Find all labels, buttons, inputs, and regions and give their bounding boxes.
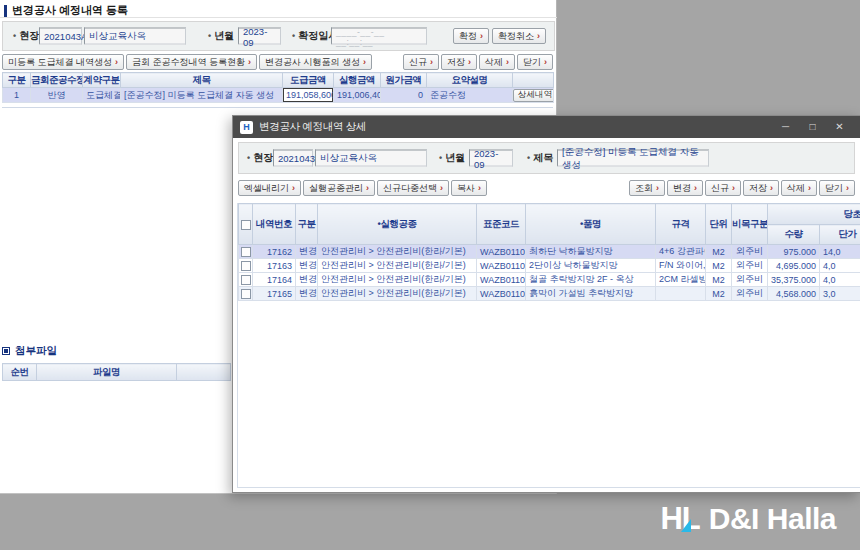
grid-header-row: 순번 파일명 [3,364,231,381]
save-button[interactable]: 저장 [441,54,477,70]
page-title: 변경공사 예정내역 등록 [4,3,128,18]
month-field[interactable]: 2023-09 [238,28,281,45]
grid-header-row: 구분 금회준공수정 계약구분 제목 도급금액 실행금액 원가금액 요약설명 [3,73,554,88]
bullet-icon: • [439,153,442,163]
selected-cell[interactable]: 191,058,600 [283,88,334,103]
doc-title-field[interactable]: [준공수정] 미등록 도급체결 자동 생성 [557,150,709,167]
search-button[interactable]: 조회 [629,180,665,196]
confirm-button[interactable]: 확정 [453,28,489,44]
detail-button[interactable]: 상세내역 [513,89,554,102]
minimize-icon[interactable]: ─ [772,116,799,138]
site-label: • 현장 [247,151,273,165]
close-button[interactable]: 닫기 [517,54,553,70]
row-checkbox[interactable] [241,261,251,271]
multi-select-new-button[interactable]: 신규다중선택 [377,180,449,196]
select-all-checkbox[interactable] [241,220,251,230]
month-label: • 년월 [208,29,234,43]
work-type-manage-button[interactable]: 실행공종관리 [303,180,375,196]
site-label: • 현장 [13,29,39,43]
site-name-field[interactable]: 비상교육사옥 [84,28,186,45]
site-code-field[interactable]: 2021043A [273,150,313,167]
confirm-date-field[interactable]: ____-__-__ __:__:__ [331,28,427,45]
detail-grid: 내역번호 구분 •실행공종 표준코드 •품명 규격 단위 비목구분 당초 수량 … [237,203,860,488]
site-name-field[interactable]: 비상교육사옥 [315,150,427,167]
section-square-icon [2,347,10,355]
save-button[interactable]: 저장 [743,180,779,196]
copy-button[interactable]: 복사 [451,180,487,196]
attachment-grid: 순번 파일명 [2,363,231,381]
close-icon[interactable]: ✕ [826,116,853,138]
divider [0,17,557,18]
logo-text: D&I Halla [709,504,836,533]
attachment-title: 첨부파일 [2,344,232,358]
page-title-text: 변경공사 예정내역 등록 [12,3,128,18]
table-row[interactable]: 17165 변경 안전관리비 > 안전관리비(한라/기본) WAZB011010… [239,287,860,301]
month-label: • 년월 [439,151,465,165]
dialog-title: 변경공사 예정내역 상세 [259,120,366,134]
attachment-section: 첨부파일 순번 파일명 [2,344,232,381]
table-row[interactable]: 1 반영 도급체결 [준공수정] 미등록 도급체결 자동 생성 191,058,… [3,88,554,103]
delete-button[interactable]: 삭제 [479,54,515,70]
create-approval-doc-button[interactable]: 변경공사 시행품의 생성 [259,54,372,70]
new-button[interactable]: 신규 [705,180,741,196]
site-code-field[interactable]: 2021043A [39,28,82,45]
maximize-icon[interactable]: □ [799,116,826,138]
new-button[interactable]: 신규 [403,54,439,70]
title-label: • 제목 [527,151,553,165]
logo-triangle-icon [681,519,691,532]
bullet-icon: • [292,31,295,41]
month-field[interactable]: 2023-09 [469,150,513,167]
dialog-titlebar[interactable]: H 변경공사 예정내역 상세 ─ □ ✕ [233,116,860,138]
bullet-icon: • [247,153,250,163]
summary-grid: 구분 금회준공수정 계약구분 제목 도급금액 실행금액 원가금액 요약설명 1 … [2,72,553,108]
table-row[interactable]: 17164 변경 안전관리비 > 안전관리비(한라/기본) WAZB011010… [239,273,860,287]
hl-dni-halla-logo: HL D&I Halla [660,504,836,533]
table-row[interactable]: 17162 변경 안전관리비 > 안전관리비(한라/기본) WAZB011010… [239,245,860,259]
title-bar-icon [4,5,7,17]
create-unregistered-contract-button[interactable]: 미등록 도급체결 내역생성 [2,54,124,70]
hl-logo-mark: HL [660,504,699,533]
confirm-cancel-button[interactable]: 확정취소 [492,28,546,44]
toolbar: 미등록 도급체결 내역생성 금회 준공수정내역 등록현황 변경공사 시행품의 생… [2,54,555,70]
bullet-icon: • [208,31,211,41]
dialog-form: • 현장 2021043A 비상교육사옥 • 년월 2023-09 • 제목 [… [238,142,855,174]
search-form: • 현장 2021043A 비상교육사옥 • 년월 2023-09 • 확정일시… [2,21,555,51]
row-checkbox[interactable] [241,247,251,257]
row-checkbox[interactable] [241,275,251,285]
close-button[interactable]: 닫기 [819,180,855,196]
grid-header-row: 내역번호 구분 •실행공종 표준코드 •품명 규격 단위 비목구분 당초 [239,204,860,225]
footer-band: HL D&I Halla [0,493,860,550]
excel-download-button[interactable]: 엑셀내리기 [238,180,301,196]
table-row[interactable]: 17163 변경 안전관리비 > 안전관리비(한라/기본) WAZB011010… [239,259,860,273]
detail-dialog: H 변경공사 예정내역 상세 ─ □ ✕ • 현장 2021043A 비상교육사… [232,115,860,493]
completion-revision-status-button[interactable]: 금회 준공수정내역 등록현황 [126,54,257,70]
bullet-icon: • [13,31,16,41]
row-checkbox[interactable] [241,289,251,299]
bullet-icon: • [527,153,530,163]
delete-button[interactable]: 삭제 [781,180,817,196]
app-logo-icon: H [240,121,253,134]
change-button[interactable]: 변경 [667,180,703,196]
